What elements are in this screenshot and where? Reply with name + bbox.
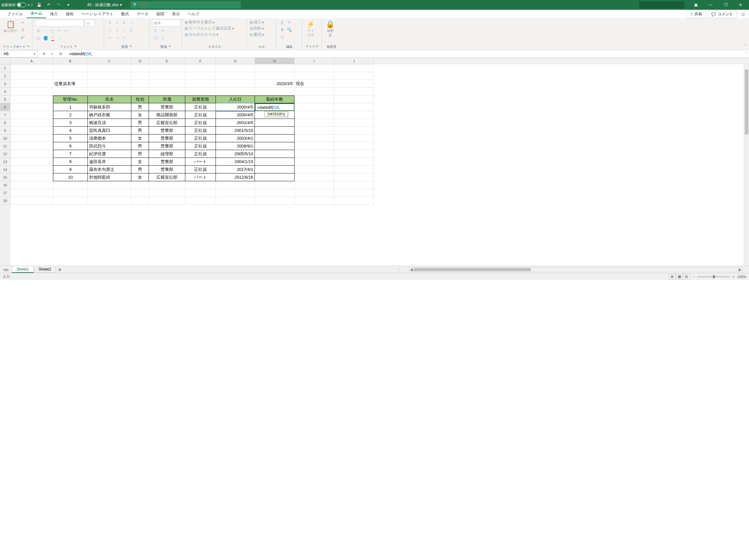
cell[interactable] [149,197,185,205]
cell[interactable] [255,88,295,95]
cell[interactable] [131,88,149,95]
formula-expand-icon[interactable]: ˅ [743,52,749,56]
cell[interactable] [334,142,374,150]
cell[interactable] [149,72,185,80]
cell[interactable]: 5 [53,134,88,142]
cell[interactable]: 女 [131,158,149,166]
col-header-A[interactable]: A [10,58,53,64]
cell[interactable]: 正社員 [185,111,216,119]
cell[interactable]: 女 [131,134,149,142]
cell[interactable]: 遠田喜井 [88,158,131,166]
search-input[interactable] [140,3,238,7]
cell[interactable] [216,181,255,189]
font-name-select[interactable] [35,20,84,27]
cell[interactable] [10,80,53,88]
cell[interactable] [10,189,53,197]
cell[interactable] [216,189,255,197]
cell[interactable]: 氏名 [88,95,131,103]
cell[interactable]: 羽蘇根多郎 [88,103,131,111]
cell[interactable] [10,127,53,134]
row-header-16[interactable]: 16 [0,181,10,189]
cell[interactable]: 営業部 [149,166,185,174]
cell[interactable] [334,174,374,181]
merge-icon[interactable]: ⊟ [128,27,134,33]
cell[interactable]: 正社員 [185,103,216,111]
cell[interactable] [334,103,374,111]
cell[interactable]: 2 [53,111,88,119]
cell[interactable] [295,134,334,142]
sheet-tab-sheet1[interactable]: Sheet1 [12,266,34,273]
cell[interactable] [334,197,374,205]
align-top-icon[interactable]: ⬆ [107,20,113,26]
formula-cancel-icon[interactable]: ✕ [40,50,47,58]
number-format-select[interactable] [152,20,181,27]
cell[interactable] [10,134,53,142]
col-header-C[interactable]: C [88,58,131,64]
share-button[interactable]: ⇪共有 [686,10,706,18]
cell[interactable]: 正社員 [185,166,216,174]
underline-icon[interactable]: U [49,28,56,34]
row-header-8[interactable]: 8 [0,119,10,127]
cell[interactable] [88,88,131,95]
cell[interactable] [185,72,216,80]
zoom-in-icon[interactable]: + [732,275,734,279]
cell[interactable]: 正社員 [185,150,216,158]
cell[interactable] [334,166,374,174]
cell[interactable]: 紀伊坊渡 [88,150,131,158]
cell[interactable] [88,72,131,80]
cell[interactable] [131,80,149,88]
cell[interactable] [185,189,216,197]
cell[interactable] [295,103,334,111]
cell[interactable]: 男 [131,127,149,134]
col-header-D[interactable]: D [131,58,149,64]
cell[interactable] [255,64,295,72]
format-painter-icon[interactable]: 🖌 [20,34,26,40]
cell[interactable]: 勤続年数 [255,95,295,103]
cell[interactable] [295,95,334,103]
cell[interactable]: 対他阿藍紺 [88,174,131,181]
cell[interactable]: 商品開発部 [149,111,185,119]
cell[interactable]: 経理部 [149,150,185,158]
cell[interactable] [185,88,216,95]
cell[interactable]: 入社日 [216,95,255,103]
alignment-launcher[interactable]: ⬊ [129,45,132,49]
formula-input[interactable]: =datedif(G6, [67,51,743,56]
cell[interactable]: 就業形態 [185,95,216,103]
cell[interactable] [334,158,374,166]
cell[interactable] [88,189,131,197]
cell[interactable] [185,181,216,189]
cell[interactable]: 7 [53,150,88,158]
cell[interactable]: 田武烈斗 [88,142,131,150]
cell[interactable] [10,142,53,150]
insert-function-icon[interactable]: fx [57,50,64,58]
tab-home[interactable]: ホーム [27,9,46,18]
search-box[interactable]: 🔍 [130,1,241,8]
cell[interactable] [88,197,131,205]
copy-icon[interactable]: ⎘ [20,27,26,33]
cell[interactable] [334,95,374,103]
cell[interactable] [255,119,295,127]
cell[interactable]: 正社員 [185,134,216,142]
sheet-tab-sheet2[interactable]: Sheet2 [34,266,56,272]
autosum-icon[interactable]: Σ [279,20,285,26]
cell[interactable] [216,88,255,95]
cell[interactable] [295,72,334,80]
cell[interactable] [10,72,53,80]
format-cells-button[interactable]: ⊡ 書式 ▾ [250,32,264,37]
cell[interactable] [255,189,295,197]
cell[interactable]: 男 [131,103,149,111]
row-header-10[interactable]: 10 [0,134,10,142]
cell[interactable]: 2020/3/5 [255,80,295,88]
cell[interactable] [10,111,53,119]
align-right-icon[interactable]: ≡ [121,27,127,33]
cell[interactable]: 6 [53,142,88,150]
row-header-11[interactable]: 11 [0,142,10,150]
cell[interactable] [10,166,53,174]
feedback-icon[interactable]: ☺ [741,12,746,17]
cell[interactable] [255,197,295,205]
cell[interactable] [10,95,53,103]
row-header-17[interactable]: 17 [0,189,10,197]
save-icon[interactable]: 💾 [35,1,43,9]
find-icon[interactable]: 🔍 [286,27,293,33]
cell[interactable] [149,80,185,88]
